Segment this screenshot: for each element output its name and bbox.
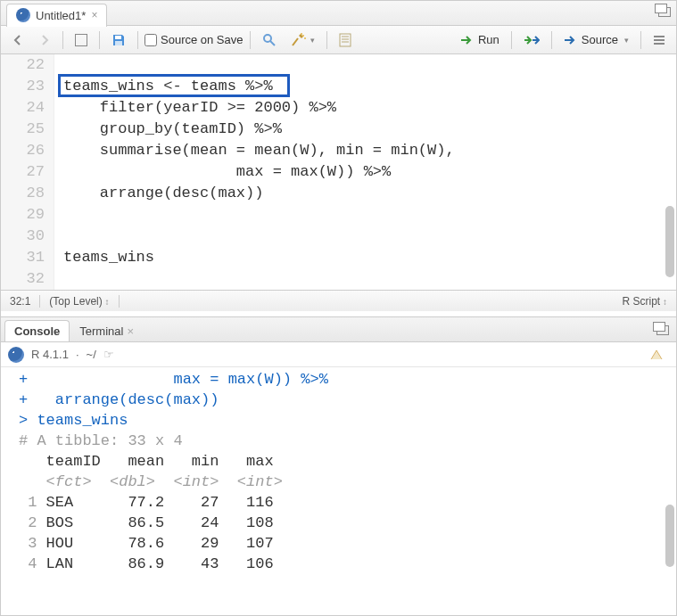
r-version: R 4.1.1 [31, 348, 69, 361]
svg-rect-1 [115, 41, 122, 45]
source-button[interactable]: Source ▾ [558, 29, 634, 51]
chevron-down-icon: ▾ [624, 36, 629, 45]
r-logo-icon [8, 347, 24, 363]
cursor-position: 32:1 [1, 295, 40, 308]
console-output[interactable]: + max = max(W)) %>%+ arrange(desc(max))>… [1, 367, 676, 574]
code-content[interactable]: teams_wins <- teams %>% filter(yearID >=… [54, 54, 676, 290]
language-mode[interactable]: R Script [614, 295, 676, 308]
rerun-button[interactable] [518, 29, 545, 51]
svg-point-2 [264, 35, 271, 42]
code-tools-button[interactable]: ▾ [285, 29, 320, 51]
compile-report-button[interactable] [334, 29, 357, 51]
svg-point-6 [301, 33, 302, 35]
tab-terminal[interactable]: Terminal × [70, 320, 144, 341]
editor-scrollbar[interactable] [665, 206, 674, 277]
back-button[interactable] [6, 29, 29, 51]
editor-toolbar: Source on Save ▾ Run Source [1, 26, 676, 54]
file-tab-title: Untitled1* [36, 9, 86, 22]
svg-point-4 [302, 35, 304, 37]
clear-console-button[interactable] [644, 344, 669, 365]
source-on-save-checkbox[interactable]: Source on Save [144, 33, 244, 46]
close-icon[interactable]: × [127, 324, 134, 338]
r-file-icon [16, 8, 30, 22]
console-tab-bar: Console Terminal × [1, 317, 676, 342]
find-button[interactable] [257, 29, 282, 51]
svg-rect-7 [340, 34, 351, 46]
chevron-down-icon: ▾ [310, 36, 315, 45]
editor-status-bar: 32:1 (Top Level) R Script [1, 290, 676, 311]
scope-selector[interactable]: (Top Level) [40, 295, 119, 308]
svg-point-5 [304, 37, 306, 39]
forward-button[interactable] [33, 29, 56, 51]
file-tab[interactable]: Untitled1* × [6, 4, 107, 27]
svg-rect-0 [115, 36, 121, 39]
console-info-bar: R 4.1.1 · ~/ ☞ [1, 342, 676, 367]
separator [62, 31, 63, 49]
line-number-gutter: 2223242526272829303132 [1, 54, 54, 290]
svg-line-3 [270, 41, 275, 45]
path-picker-icon[interactable]: ☞ [103, 348, 114, 361]
source-label: Source [582, 33, 618, 46]
window-controls-icon[interactable] [655, 4, 671, 17]
run-button[interactable]: Run [455, 29, 505, 51]
source-on-save-input[interactable] [144, 34, 157, 46]
window-controls-icon[interactable] [653, 323, 669, 335]
tab-console[interactable]: Console [4, 320, 70, 341]
editor-pane: Untitled1* × Source on Save [1, 1, 676, 311]
console-scrollbar[interactable] [665, 505, 674, 567]
popout-icon [75, 34, 87, 46]
close-icon[interactable]: × [91, 9, 97, 21]
save-button[interactable] [106, 29, 131, 51]
console-pane: Console Terminal × R 4.1.1 · ~/ ☞ + max … [1, 316, 676, 574]
source-on-save-label: Source on Save [161, 33, 244, 46]
outline-button[interactable] [648, 29, 671, 51]
run-label: Run [478, 33, 499, 46]
editor-tab-bar: Untitled1* × [1, 1, 676, 26]
show-in-new-window-button[interactable] [70, 29, 93, 51]
working-dir: ~/ [87, 348, 96, 361]
code-editor[interactable]: 2223242526272829303132 teams_wins <- tea… [1, 54, 676, 290]
